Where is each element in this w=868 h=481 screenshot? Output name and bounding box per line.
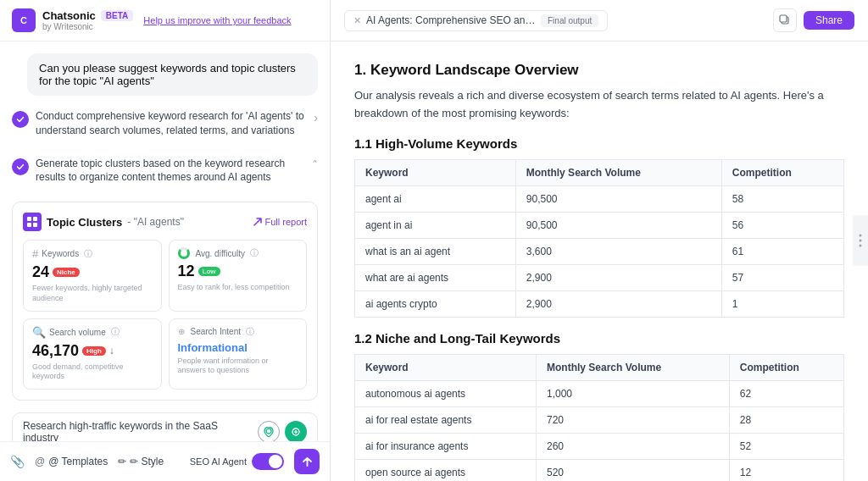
intent-value: Informational [178,341,298,354]
seo-toggle-area: SEO AI Agent [190,453,284,470]
chatsonic-icon-button[interactable] [285,421,307,441]
keywords-desc: Fewer keywords, highly targeted audience [32,284,153,303]
pencil-icon: ✏ [118,456,126,467]
right-header: ✕ AI Agents: Comprehensive SEO and Conte… [331,0,868,41]
user-message-bubble: Can you please suggest keywords and topi… [27,53,318,96]
col-keyword-1: Keyword [355,159,516,185]
task-text-1: Conduct comprehensive keyword research f… [36,109,307,138]
niche-keywords-table: Keyword Monthly Search Volume Competitio… [354,354,844,481]
bottom-bar: 📎 @ @ Templates ✏ ✏ Style SEO AI Agent [0,441,330,481]
section1-desc: Our analysis reveals a rich and diverse … [354,87,844,123]
tc-metric-volume: 🔍 Search volume ⓘ 46,170 High ↓ Good dem… [23,318,162,390]
svg-point-10 [860,245,862,247]
keywords-info-icon: ⓘ [84,248,92,260]
section1-title: 1. Keyword Landscape Overview [354,62,844,79]
tc-metrics-grid: # Keywords ⓘ 24 Niche Fewer keywords, hi… [23,240,307,390]
full-report-button[interactable]: Full report [253,217,307,227]
col-competition-2: Competition [729,354,843,380]
subsection2-title: 1.2 Niche and Long-Tail Keywords [354,331,844,346]
svg-point-9 [860,240,862,242]
volume-value: 46,170 High ↓ [32,342,153,360]
tab-close-button[interactable]: ✕ [353,15,361,26]
difficulty-value: 12 Low [178,263,298,280]
app-subtitle: by Writesonic [42,22,133,31]
task-check-1 [12,111,29,128]
col-competition-1: Competition [721,159,843,185]
document-tab[interactable]: ✕ AI Agents: Comprehensive SEO and Conte… [344,10,608,31]
input-icons [258,421,307,441]
intent-info-icon: ⓘ [246,326,254,338]
send-button[interactable] [294,449,320,474]
col-volume-2: Monthly Search Volume [537,354,730,380]
side-handle[interactable] [853,215,868,266]
style-label: ✏ Style [130,456,164,467]
tc-title: Topic Clusters [47,216,122,229]
table-row: open source ai agents52012 [355,459,844,481]
svg-rect-0 [27,217,31,221]
tc-metric-intent: ⊕ Search Intent ⓘ Informational People w… [169,318,308,390]
svg-point-8 [860,235,862,237]
right-panel: ✕ AI Agents: Comprehensive SEO and Conte… [331,0,868,481]
tc-header: Topic Clusters - "AI agents" Full report [23,213,307,231]
task-item-2: Generate topic clusters based on the key… [12,152,318,191]
chat-input-box: Research high-traffic keywords in the Sa… [12,412,318,441]
difficulty-label: Avg. difficulty [196,249,246,258]
subsection1-title: 1.1 High-Volume Keywords [354,136,844,151]
table-row: agent in ai90,50056 [355,212,844,238]
topic-clusters-card: Topic Clusters - "AI agents" Full report… [12,202,318,401]
copy-button[interactable] [773,8,797,32]
intent-label: Search Intent [191,327,241,336]
tc-subtitle: - "AI agents" [127,216,184,228]
table-row: ai for real estate agents72028 [355,406,844,433]
tab-title: AI Agents: Comprehensive SEO and Conte..… [366,14,536,26]
hash-icon: # [32,247,38,260]
feedback-link[interactable]: Help us improve with your feedback [143,15,291,25]
niche-badge: Niche [53,268,80,277]
difficulty-desc: Easy to rank for, less competition [178,283,298,293]
col-keyword-2: Keyword [355,354,537,380]
col-volume-1: Monthly Search Volume [515,159,721,185]
tc-icon [23,213,42,231]
task-chevron-2[interactable]: ˄ [312,158,318,172]
svg-rect-7 [780,15,787,22]
keywords-value: 24 Niche [32,263,153,281]
intent-desc: People want information or answers to qu… [178,357,298,376]
seo-label: SEO AI Agent [190,456,247,467]
tc-metric-keywords: # Keywords ⓘ 24 Niche Fewer keywords, hi… [23,240,162,311]
volume-desc: Good demand, competitive keywords [32,362,153,382]
task-item-1: Conduct comprehensive keyword research f… [12,104,318,143]
toggle-knob [269,455,282,468]
app-title: Chatsonic [42,9,96,22]
task-text-2: Generate topic clusters based on the key… [36,157,305,185]
app-title-group: Chatsonic BETA by Writesonic [42,9,133,31]
templates-label: @ Templates [48,456,108,467]
tc-metric-difficulty: Avg. difficulty ⓘ 12 Low Easy to rank fo… [169,240,308,311]
low-badge: Low [198,267,220,276]
high-volume-keywords-table: Keyword Monthly Search Volume Competitio… [354,159,844,318]
volume-label: Search volume [49,328,106,337]
table-row: agent ai90,50058 [355,185,844,212]
templates-button[interactable]: @ @ Templates [35,456,108,467]
left-panel: C Chatsonic BETA by Writesonic Help us i… [0,0,331,481]
svg-rect-2 [27,223,31,227]
style-button[interactable]: ✏ ✏ Style [118,456,164,467]
intent-icon: ⊕ [178,327,185,336]
final-output-badge: Final output [541,14,598,27]
beta-badge: BETA [101,10,133,21]
task-check-2 [12,158,29,175]
svg-point-4 [266,428,271,434]
location-icon-button[interactable] [258,421,280,441]
difficulty-info-icon: ⓘ [250,247,259,259]
table-row: autonomous ai agents1,00062 [355,380,844,406]
high-badge: High [82,346,106,356]
task-chevron-1[interactable]: › [314,111,318,124]
table-row: ai for insurance agents26052 [355,433,844,459]
search-volume-icon: 🔍 [32,326,46,339]
donut-chart-icon [178,247,190,259]
svg-rect-3 [33,223,37,227]
seo-toggle[interactable] [252,453,284,470]
chat-area: Can you please suggest keywords and topi… [0,41,330,441]
attachment-icon[interactable]: 📎 [10,455,25,468]
table-row: ai agents crypto2,9001 [355,290,844,317]
share-button[interactable]: Share [804,11,854,30]
